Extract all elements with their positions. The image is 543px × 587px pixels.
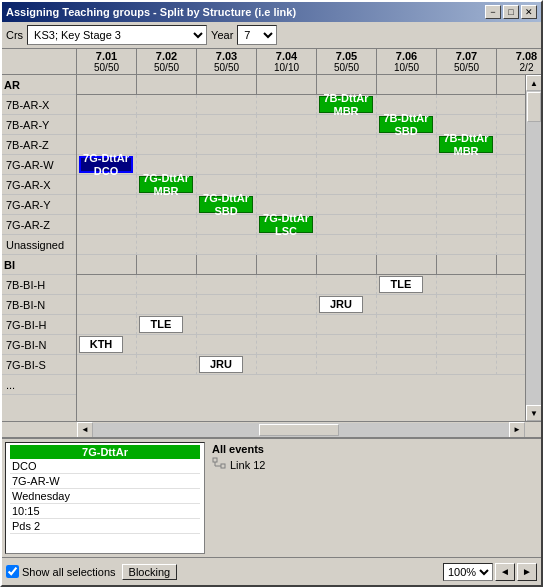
ar-hcell-7 [437, 75, 497, 94]
grid-scroll-area: AR 7B-AR-X 7B-AR-Y 7B-AR-Z 7G-AR-W 7G-AR… [2, 75, 541, 421]
col-header-3: 7.0350/50 [197, 49, 257, 75]
event-7b-arx-col5[interactable]: 7B-DttArMBR [319, 96, 373, 113]
ar-hcell-6 [377, 75, 437, 94]
event-detail-row3: Wednesday [10, 489, 200, 504]
show-all-checkbox[interactable] [6, 565, 19, 578]
ar-group-header [77, 75, 525, 95]
link-text: Link 12 [230, 459, 265, 471]
event-detail-row4: 10:15 [10, 504, 200, 519]
year-select[interactable]: 7 [237, 25, 277, 45]
scroll-up-button[interactable]: ▲ [526, 75, 541, 91]
event-7g-arz-col4[interactable]: 7G-DttArLSC [259, 216, 313, 233]
row-7g-bi-n: KTH [77, 335, 525, 355]
grid-body: 7B-DttArMBR 7B-DttArSBD [77, 75, 525, 421]
close-button[interactable]: ✕ [521, 5, 537, 19]
event-7g-arw-col1[interactable]: 7G-DttArDCO [79, 156, 133, 173]
main-content: 7.0150/50 7.0250/50 7.0350/50 7.0410/10 … [2, 49, 541, 437]
row-label-7g-ar-z: 7G-AR-Z [2, 215, 76, 235]
bi-hcell-6 [377, 255, 437, 274]
event-info-right: All events Link 12 [208, 439, 541, 557]
col-header-8: 7.082/2 [497, 49, 541, 75]
svg-rect-0 [213, 458, 217, 462]
row-7g-bi-s: JRU [77, 355, 525, 375]
nav-left-button[interactable]: ◄ [495, 563, 515, 581]
maximize-button[interactable]: □ [503, 5, 519, 19]
toolbar: Crs KS3; Key Stage 3 Year 7 [2, 22, 541, 49]
crs-select[interactable]: KS3; Key Stage 3 [27, 25, 207, 45]
row-label-7b-ar-x: 7B-AR-X [2, 95, 76, 115]
event-detail-row2: 7G-AR-W [10, 474, 200, 489]
group-label-bi: BI [2, 255, 76, 275]
event-7g-bin-col1[interactable]: KTH [79, 336, 123, 353]
row-7b-ar-x: 7B-DttArMBR [77, 95, 525, 115]
nav-right-button[interactable]: ► [517, 563, 537, 581]
grid-header: 7.0150/50 7.0250/50 7.0350/50 7.0410/10 … [2, 49, 541, 75]
bi-hcell-5 [317, 255, 377, 274]
row-7g-ar-z: 7G-DttArLSC [77, 215, 525, 235]
scroll-down-button[interactable]: ▼ [526, 405, 541, 421]
ar-hcell-3 [197, 75, 257, 94]
row-label-7g-bi-h: 7G-BI-H [2, 315, 76, 335]
scroll-track-h[interactable] [93, 423, 509, 437]
event-details-panel: 7G-DttAr DCO 7G-AR-W Wednesday 10:15 Pds… [5, 442, 205, 554]
row-7g-bi-h: TLE [77, 315, 525, 335]
event-7b-bin-col5[interactable]: JRU [319, 296, 363, 313]
link-tree-icon [212, 457, 226, 473]
col-header-2: 7.0250/50 [137, 49, 197, 75]
event-7b-ary-col6[interactable]: 7B-DttArSBD [379, 116, 433, 133]
show-all-wrapper: Show all selections [6, 565, 116, 578]
bi-hcell-3 [197, 255, 257, 274]
event-7g-bih-col2[interactable]: TLE [139, 316, 183, 333]
bottom-panel: 7G-DttAr DCO 7G-AR-W Wednesday 10:15 Pds… [2, 437, 541, 557]
svg-rect-1 [221, 464, 225, 468]
row-label-unassigned: Unassigned [2, 235, 76, 255]
row-7g-ar-x: 7G-DttArMBR [77, 175, 525, 195]
row-label-7b-bi-h: 7B-BI-H [2, 275, 76, 295]
col-headers: 7.0150/50 7.0250/50 7.0350/50 7.0410/10 … [77, 49, 541, 75]
scroll-thumb-h[interactable] [259, 424, 339, 436]
col-header-1: 7.0150/50 [77, 49, 137, 75]
window-title: Assigning Teaching groups - Split by Str… [6, 6, 296, 18]
grid-rows: 7B-DttArMBR 7B-DttArSBD [77, 75, 525, 375]
event-7b-bih-col6[interactable]: TLE [379, 276, 423, 293]
scroll-track-v[interactable] [526, 91, 541, 405]
event-detail-row1: DCO [10, 459, 200, 474]
event-7b-arz-col7[interactable]: 7B-DttArMBR [439, 136, 493, 153]
main-window: Assigning Teaching groups - Split by Str… [0, 0, 543, 587]
bi-hcell-4 [257, 255, 317, 274]
row-label-7g-ar-w: 7G-AR-W [2, 155, 76, 175]
row-label-7g-ar-x: 7G-AR-X [2, 175, 76, 195]
ar-hcell-5 [317, 75, 377, 94]
grid-area: 7.0150/50 7.0250/50 7.0350/50 7.0410/10 … [2, 49, 541, 437]
ar-hcell-8 [497, 75, 525, 94]
bi-hcell-2 [137, 255, 197, 274]
scroll-right-button[interactable]: ► [509, 422, 525, 438]
zoom-area: 100% ◄ ► [443, 563, 537, 581]
bi-hcell-7 [437, 255, 497, 274]
bi-hcell-8 [497, 255, 525, 274]
group-label-ar: AR [2, 75, 76, 95]
zoom-select[interactable]: 100% [443, 563, 493, 581]
event-7g-arx-col2[interactable]: 7G-DttArMBR [139, 176, 193, 193]
col-header-7: 7.0750/50 [437, 49, 497, 75]
link-item[interactable]: Link 12 [212, 457, 537, 473]
col-header-6: 7.0610/50 [377, 49, 437, 75]
row-label-7g-bi-n: 7G-BI-N [2, 335, 76, 355]
row-label-7b-bi-n: 7B-BI-N [2, 295, 76, 315]
scroll-thumb-v[interactable] [527, 92, 541, 122]
title-bar: Assigning Teaching groups - Split by Str… [2, 2, 541, 22]
event-7g-ary-col3[interactable]: 7G-DttArSBD [199, 196, 253, 213]
ar-hcell-2 [137, 75, 197, 94]
row-7b-bi-h: TLE [77, 275, 525, 295]
row-label-7g-bi-s: 7G-BI-S [2, 355, 76, 375]
scroll-left-button[interactable]: ◄ [77, 422, 93, 438]
row-labels: AR 7B-AR-X 7B-AR-Y 7B-AR-Z 7G-AR-W 7G-AR… [2, 75, 77, 421]
window-controls: − □ ✕ [485, 5, 537, 19]
blocking-button[interactable]: Blocking [122, 564, 178, 580]
event-7g-bis-col3[interactable]: JRU [199, 356, 243, 373]
event-detail-title: 7G-DttAr [10, 445, 200, 459]
row-7b-ar-z: 7B-DttArMBR [77, 135, 525, 155]
col-header-5: 7.0550/50 [317, 49, 377, 75]
ar-hcell-1 [77, 75, 137, 94]
minimize-button[interactable]: − [485, 5, 501, 19]
